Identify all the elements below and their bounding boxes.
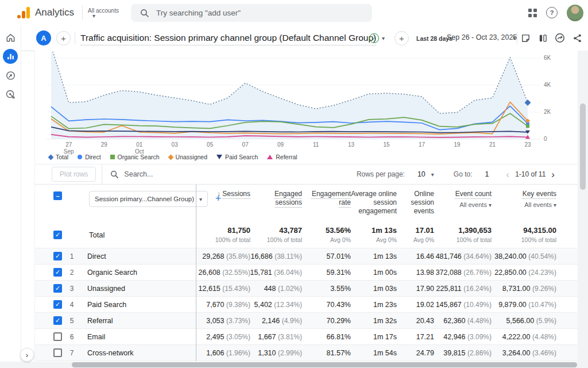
metric-event-filter[interactable]: All events ▾ (492, 201, 556, 209)
chart-plot-area[interactable] (35, 52, 578, 146)
legend-label: Direct (85, 154, 100, 160)
rows-per-page-value[interactable]: 10 (417, 170, 425, 178)
totals-row: ✓Total81,750100% of total43,787100% of t… (35, 221, 578, 248)
metric-cell: 2,146 (4.9%) (250, 313, 302, 328)
row-checkbox[interactable]: ✓ (53, 300, 62, 309)
comparison-badge[interactable]: A (36, 30, 51, 45)
metric-cell: 1,667 (3.81%) (250, 329, 302, 344)
column-header-engaged-sessions[interactable]: Engaged sessions (250, 190, 302, 221)
add-button[interactable]: + (394, 31, 409, 45)
table-row-cross-network[interactable]: 7Cross-network1,606 (1.96%)1,310 (2.99%)… (35, 345, 578, 361)
metric-event-filter[interactable]: All events ▾ (434, 201, 492, 209)
report-title[interactable]: Traffic acquisition: Session primary cha… (80, 33, 376, 45)
compare-reports-icon[interactable] (537, 32, 548, 44)
dimension-header-cell: – Session primary...Channel Group)▾ + (35, 190, 196, 221)
metric-cell: 1m 00s (351, 264, 397, 280)
vertical-scrollbar-thumb[interactable] (580, 103, 586, 190)
metric-cell: 62,360 (4.48%) (434, 313, 492, 328)
y-tick-label: 6K (544, 55, 561, 61)
column-header-event-count[interactable]: Event countAll events ▾ (434, 190, 492, 221)
global-search-input[interactable]: Try searching "add user" (131, 4, 372, 22)
nav-explore[interactable] (3, 68, 18, 83)
metric-cell: 1m 23s (351, 297, 397, 312)
pagination: Rows per page: 10 ▾ Go to: 1 ‹ 1-10 of 1… (357, 170, 578, 179)
user-avatar[interactable] (567, 5, 583, 21)
legend-item-total[interactable]: Total (49, 154, 68, 160)
chevron-down-icon[interactable]: ▾ (382, 35, 385, 41)
column-header-engagement-rate[interactable]: Engagement rate (302, 190, 351, 221)
table-row-paid-search[interactable]: ✓4Paid Search7,670 (9.38%)5,402 (12.34%)… (35, 297, 578, 313)
column-label: Sessions (222, 190, 250, 198)
row-checkbox[interactable]: ✓ (53, 284, 62, 293)
brand-name: Analytics (35, 7, 74, 18)
table-row-organic-search[interactable]: ✓2Organic Search26,608 (32.55%)15,781 (3… (35, 264, 578, 281)
nav-home[interactable] (3, 30, 18, 45)
divider (517, 32, 517, 44)
metric-cell: 3,053 (3.73%) (196, 313, 250, 328)
column-header-online-session-events[interactable]: Online session events (397, 190, 434, 221)
dimension-selector[interactable]: Session primary...Channel Group)▾ (89, 191, 208, 207)
totals-metric-cell: 1m 13sAvg 0% (351, 221, 397, 248)
legend-label: Referral (276, 154, 297, 160)
trend-chart[interactable]: 02K4K6K 27Sep2901Oct03050709111315171921… (35, 51, 578, 164)
row-checkbox[interactable]: ✓ (53, 268, 62, 277)
report-actions (520, 32, 588, 44)
expand-nav-button[interactable]: › (20, 348, 34, 362)
totals-checkbox[interactable]: ✓ (53, 231, 62, 239)
page-range: 1-10 of 11 (515, 170, 546, 178)
row-index: 1 (63, 252, 80, 260)
column-header-key-events[interactable]: Key eventsAll events ▾ (492, 190, 556, 221)
horizontal-scrollbar-thumb[interactable] (72, 362, 577, 367)
table-search-input[interactable]: Search... (110, 170, 153, 179)
chevron-down-icon[interactable]: ▾ (513, 35, 516, 41)
table-toolbar: Plot rows Search... Rows per page: 10 ▾ … (35, 164, 578, 185)
data-quality-check-icon[interactable]: ✓ (369, 33, 379, 43)
vertical-scrollbar[interactable] (578, 51, 588, 362)
note-icon[interactable] (520, 32, 531, 44)
table-row-direct[interactable]: ✓1Direct29,268 (35.8%)16,686 (38.11%)57.… (35, 248, 578, 264)
help-icon[interactable]: ? (546, 7, 558, 18)
nav-reports[interactable] (3, 49, 18, 64)
row-checkbox[interactable] (53, 348, 62, 357)
metric-cell: 1m 13s (351, 248, 397, 264)
column-header-sessions[interactable]: ↓ Sessions (196, 190, 250, 221)
horizontal-scrollbar[interactable] (0, 362, 588, 368)
metric-cell: 38,240.00 (40.54%) (492, 248, 556, 264)
table-row-email[interactable]: 6Email2,495 (3.05%)1,667 (3.81%)66.81%1m… (35, 329, 578, 345)
x-tick-label: 05 (199, 141, 222, 148)
legend-item-unassigned[interactable]: Unassigned (169, 154, 207, 160)
legend-item-paid-search[interactable]: Paid Search (216, 154, 258, 160)
date-range-picker[interactable]: Sep 26 - Oct 23, 2025 (447, 33, 517, 41)
metric-cell: 26,608 (32.55%) (196, 264, 250, 280)
dimension-cell: ✓2Organic Search (35, 264, 196, 280)
legend-item-direct[interactable]: Direct (78, 154, 100, 160)
row-checkbox[interactable] (53, 332, 62, 341)
legend-item-organic-search[interactable]: Organic Search (110, 154, 160, 160)
metric-cell: 70.43% (302, 297, 351, 312)
legend-item-referral[interactable]: Referral (267, 154, 297, 160)
legend-label: Paid Search (225, 154, 258, 160)
share-icon[interactable] (571, 32, 583, 44)
analytics-logo-icon[interactable] (17, 7, 30, 18)
apps-grid-icon[interactable] (528, 9, 537, 17)
next-page-icon[interactable]: › (551, 170, 555, 179)
row-checkbox[interactable]: ✓ (53, 252, 62, 260)
row-checkbox[interactable]: ✓ (53, 316, 62, 325)
prev-page-icon[interactable]: ‹ (506, 170, 510, 179)
totals-label: Total (89, 231, 105, 239)
chevron-down-icon[interactable]: ▾ (431, 171, 434, 178)
table-row-unassigned[interactable]: ✓3Unassigned12,615 (15.43%)448 (1.02%)3.… (35, 281, 578, 297)
table-row-referral[interactable]: ✓5Referral3,053 (3.73%)2,146 (4.9%)70.29… (35, 313, 578, 329)
divider (75, 32, 75, 44)
search-placeholder: Try searching "add user" (156, 9, 241, 17)
dimension-cell: ✓4Paid Search (35, 297, 196, 312)
plot-rows-button[interactable]: Plot rows (52, 167, 96, 182)
insights-icon[interactable] (554, 32, 566, 44)
nav-advertising[interactable] (3, 87, 18, 102)
select-all-checkbox[interactable]: – (53, 191, 62, 200)
column-header-average-online-session-engagement[interactable]: Average online session engagement (351, 190, 397, 221)
search-icon (110, 170, 119, 179)
add-comparison-button[interactable]: + (56, 31, 71, 45)
account-switcher[interactable]: All accounts ▾ (88, 7, 119, 18)
go-to-input[interactable]: 1 (485, 170, 489, 178)
